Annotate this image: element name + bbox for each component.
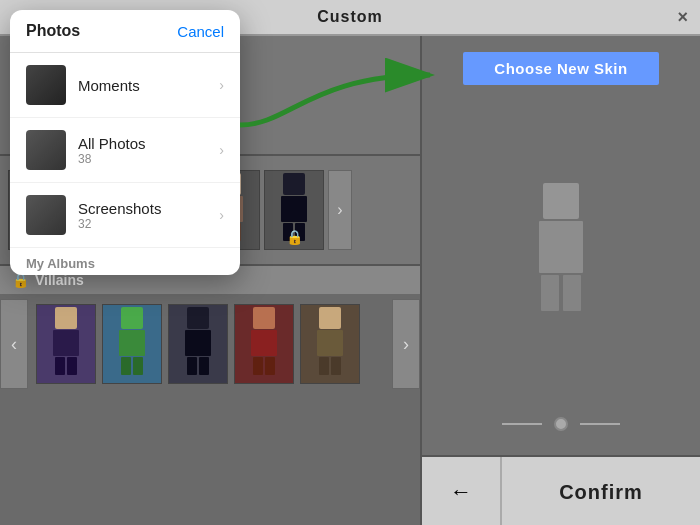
all-photos-chevron-icon: › xyxy=(219,142,224,158)
right-top: Choose New Skin xyxy=(422,36,700,455)
photos-title: Photos xyxy=(26,22,80,40)
photos-item-moments[interactable]: Moments › xyxy=(10,53,240,118)
title-text: Custom xyxy=(317,8,383,26)
villains-nav-left[interactable]: ‹ xyxy=(0,299,28,389)
villain-item-5[interactable] xyxy=(300,304,360,384)
confirm-button[interactable]: Confirm xyxy=(502,457,700,525)
skin-item-5[interactable]: 🔒 xyxy=(264,170,324,250)
rotate-line-left xyxy=(502,423,542,425)
rotate-control[interactable] xyxy=(494,409,628,439)
moments-chevron-icon: › xyxy=(219,77,224,93)
back-arrow-icon: ← xyxy=(450,479,472,505)
scroll-right-button[interactable]: › xyxy=(328,170,352,250)
main-container: Custom × Recent xyxy=(0,0,700,525)
photos-cancel-button[interactable]: Cancel xyxy=(177,23,224,40)
right-panel: Choose New Skin xyxy=(420,36,700,525)
all-photos-info: All Photos 38 xyxy=(78,135,219,166)
moments-thumb xyxy=(26,65,66,105)
screenshots-name: Screenshots xyxy=(78,200,219,217)
screenshots-count: 32 xyxy=(78,217,219,231)
moments-name: Moments xyxy=(78,77,219,94)
photos-header: Photos Cancel xyxy=(10,10,240,53)
screenshots-thumb xyxy=(26,195,66,235)
back-button[interactable]: ← xyxy=(422,457,502,525)
all-photos-count: 38 xyxy=(78,152,219,166)
screenshots-chevron-icon: › xyxy=(219,207,224,223)
screenshots-info: Screenshots 32 xyxy=(78,200,219,231)
right-bottom-buttons: ← Confirm xyxy=(422,455,700,525)
villains-row: ‹ xyxy=(0,294,420,394)
villain-item-4[interactable] xyxy=(234,304,294,384)
villain-item-1[interactable] xyxy=(36,304,96,384)
my-albums-label: My Albums xyxy=(10,248,240,275)
photos-item-screenshots[interactable]: Screenshots 32 › xyxy=(10,183,240,248)
lock-icon-5: 🔒 xyxy=(286,229,303,245)
all-photos-thumb xyxy=(26,130,66,170)
rotate-dot[interactable] xyxy=(554,417,568,431)
moments-info: Moments xyxy=(78,77,219,94)
villain-item-3[interactable] xyxy=(168,304,228,384)
villains-nav-right[interactable]: › xyxy=(392,299,420,389)
photos-panel: Photos Cancel Moments › All Photos 38 › xyxy=(10,10,240,275)
all-photos-name: All Photos xyxy=(78,135,219,152)
villain-item-2[interactable] xyxy=(102,304,162,384)
close-button[interactable]: × xyxy=(677,7,688,28)
skin-preview-area xyxy=(501,97,621,397)
rotate-line-right xyxy=(580,423,620,425)
photos-item-all-photos[interactable]: All Photos 38 › xyxy=(10,118,240,183)
choose-skin-button[interactable]: Choose New Skin xyxy=(463,52,660,85)
